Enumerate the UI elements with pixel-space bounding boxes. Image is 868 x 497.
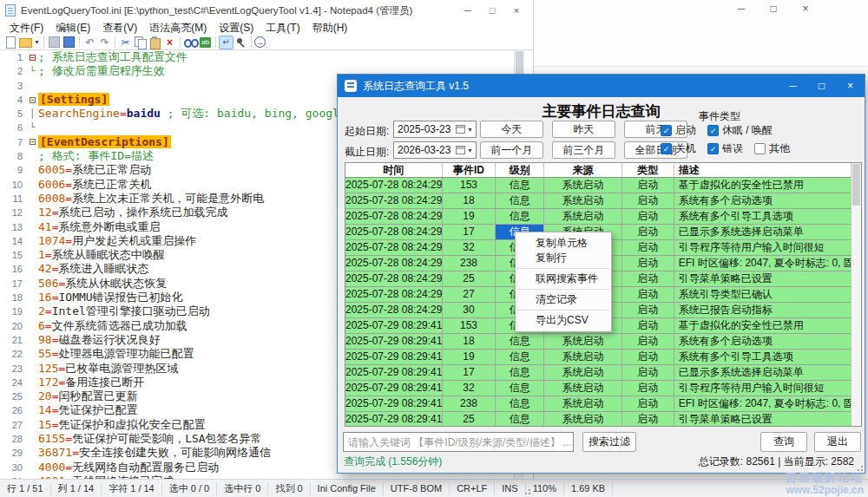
table-cell[interactable]: 信息 xyxy=(496,381,544,396)
redo-icon[interactable]: ↷ xyxy=(97,36,112,49)
event-type-option[interactable]: 其他 xyxy=(754,141,790,156)
table-cell[interactable]: 系统启动 xyxy=(544,381,622,396)
table-cell[interactable]: 信息 xyxy=(496,365,544,381)
table-row[interactable]: 2025-07-29 08:29:4119信息系统启动启动系统有多个引导工具选项 xyxy=(345,350,851,365)
table-cell[interactable]: 32 xyxy=(443,240,496,256)
table-cell[interactable]: 信息 xyxy=(496,396,544,412)
table-cell[interactable]: 系统启动 xyxy=(544,396,622,412)
table-cell[interactable]: 17 xyxy=(443,365,496,381)
table-cell[interactable]: 启动 xyxy=(622,365,674,381)
undo-icon[interactable]: ↶ xyxy=(82,36,97,49)
table-cell[interactable]: 启动 xyxy=(622,225,674,240)
table-cell[interactable]: 19 xyxy=(443,209,496,225)
column-header[interactable]: 类型 xyxy=(622,163,674,177)
fold-marker-icon[interactable] xyxy=(26,333,38,347)
table-cell[interactable]: 信息 xyxy=(496,412,544,426)
menubar-item[interactable]: 工具(T) xyxy=(260,21,306,36)
word-wrap-icon[interactable]: ↵ xyxy=(219,36,233,49)
checkbox[interactable]: ✓ xyxy=(707,143,719,154)
table-row[interactable]: 2025-07-29 08:29:41238信息系统启动启动EFI 时区偏移: … xyxy=(345,396,851,412)
table-cell[interactable]: 引导程序等待用户输入时间很短 xyxy=(674,240,851,256)
column-header[interactable]: 来源 xyxy=(544,163,622,177)
context-menu-item[interactable]: 清空记录 xyxy=(516,292,611,307)
table-cell[interactable]: 信息 xyxy=(496,193,544,209)
table-cell[interactable]: 25 xyxy=(443,271,496,287)
table-cell[interactable]: 启动 xyxy=(622,303,674,318)
table-scrollbar-thumb[interactable] xyxy=(852,164,860,206)
table-cell[interactable]: 启动 xyxy=(622,209,674,225)
table-cell[interactable]: 启动 xyxy=(622,178,674,193)
table-cell[interactable]: 信息 xyxy=(496,178,544,193)
find-icon[interactable] xyxy=(183,36,198,49)
dialog-minimize-button[interactable]: ─ xyxy=(779,75,807,97)
table-cell[interactable]: 引导程序等待用户输入时间很短 xyxy=(674,381,851,396)
table-cell[interactable]: 系统有多个启动选项 xyxy=(674,193,851,209)
table-cell[interactable]: EFI 时区偏移: 2047, 夏令时标志: 0, 固件... xyxy=(674,396,851,412)
table-cell[interactable]: 2025-07-28 08:24:29 xyxy=(345,303,443,318)
bg-maximize-button[interactable]: □ xyxy=(767,3,779,15)
table-cell[interactable]: 系统有多个启动选项 xyxy=(674,334,851,350)
notepad4-titlebar[interactable]: EventLogQueryTool.ini [E:\python_test\C#… xyxy=(0,0,533,21)
table-cell[interactable]: 18 xyxy=(443,193,496,209)
table-cell[interactable]: 2025-07-28 08:24:29 xyxy=(345,193,443,209)
fold-box-icon[interactable] xyxy=(30,139,36,145)
dialog-close-button[interactable]: × xyxy=(836,75,865,97)
table-cell[interactable]: 18 xyxy=(443,334,496,350)
table-cell[interactable]: 已显示多系统选择启动菜单 xyxy=(674,365,851,381)
bg-close-button[interactable]: × xyxy=(799,3,812,15)
checkbox[interactable] xyxy=(754,143,766,154)
table-cell[interactable]: 2025-07-28 08:24:29 xyxy=(345,225,443,240)
quick-date-button[interactable]: 今天 xyxy=(480,121,543,138)
menubar-item[interactable]: 查看(V) xyxy=(96,21,143,36)
table-row[interactable]: 2025-07-29 08:29:4117信息系统启动启动已显示多系统选择启动菜… xyxy=(345,365,851,381)
quick-date-button[interactable]: 前一个月 xyxy=(480,141,543,159)
table-cell[interactable]: 启动 xyxy=(622,193,674,209)
fold-marker-icon[interactable] xyxy=(26,220,38,234)
menubar-item[interactable]: 编辑(E) xyxy=(49,21,96,36)
table-row[interactable]: 2025-07-28 08:24:2918信息系统启动启动系统有多个启动选项 xyxy=(345,193,851,209)
table-cell[interactable]: 信息 xyxy=(496,334,544,350)
table-cell[interactable]: 27 xyxy=(443,287,496,303)
fold-box-icon[interactable] xyxy=(30,55,36,61)
context-menu-item[interactable]: 复制行 xyxy=(516,251,611,265)
menubar-item[interactable]: 设置(S) xyxy=(213,21,260,36)
fold-marker-icon[interactable] xyxy=(26,135,38,149)
fold-box-icon[interactable] xyxy=(30,97,36,103)
replace-icon[interactable] xyxy=(198,36,213,49)
table-cell[interactable]: 32 xyxy=(443,381,496,396)
fold-marker-icon[interactable] xyxy=(26,149,38,163)
table-row[interactable]: 2025-07-29 08:29:4132信息系统启动启动引导程序等待用户输入时… xyxy=(345,381,851,396)
fold-marker-icon[interactable] xyxy=(26,93,38,107)
table-row[interactable]: 2025-07-29 08:29:4118信息系统启动启动系统有多个启动选项 xyxy=(345,334,851,350)
fold-marker-icon[interactable] xyxy=(26,389,38,403)
column-header[interactable]: 时间 xyxy=(345,163,443,177)
table-cell[interactable]: 2025-07-29 08:29:41 xyxy=(345,396,443,412)
checkbox[interactable]: ✓ xyxy=(661,143,672,154)
table-cell[interactable]: 系统启动 xyxy=(544,334,622,350)
table-cell[interactable]: 系统引导类型已确认 xyxy=(674,287,851,303)
fold-marker-icon[interactable] xyxy=(26,347,38,361)
menubar-item[interactable]: 文件(F) xyxy=(3,21,49,36)
search-input[interactable] xyxy=(343,432,574,452)
table-cell[interactable]: 基于虚拟化的安全性已禁用 xyxy=(674,318,851,334)
fold-marker-icon[interactable] xyxy=(26,50,38,64)
table-cell[interactable]: 启动 xyxy=(622,412,674,426)
table-cell[interactable]: 系统启动 xyxy=(544,350,622,365)
paste-icon[interactable] xyxy=(148,36,162,49)
exit-button[interactable]: 退出 xyxy=(814,432,861,452)
table-cell[interactable]: 238 xyxy=(443,396,496,412)
table-cell[interactable]: 系统有多个引导工具选项 xyxy=(674,209,851,225)
query-button[interactable]: 查询 xyxy=(760,432,807,452)
fold-marker-icon[interactable] xyxy=(26,446,38,460)
table-cell[interactable]: 2025-07-28 08:24:29 xyxy=(345,287,443,303)
table-row[interactable]: 2025-07-28 08:24:29153信息系统启动启动基于虚拟化的安全性已… xyxy=(345,178,851,193)
save-icon[interactable] xyxy=(47,36,62,49)
exit-icon[interactable] xyxy=(254,36,266,48)
table-cell[interactable]: 2025-07-28 08:24:29 xyxy=(345,271,443,287)
table-cell[interactable]: 25 xyxy=(443,412,496,426)
fold-marker-icon[interactable] xyxy=(26,291,38,304)
table-cell[interactable]: 启动 xyxy=(622,240,674,256)
fold-marker-icon[interactable] xyxy=(26,376,38,389)
table-cell[interactable]: 系统启动 xyxy=(544,412,622,426)
table-cell[interactable]: 基于虚拟化的安全性已禁用 xyxy=(674,178,851,193)
